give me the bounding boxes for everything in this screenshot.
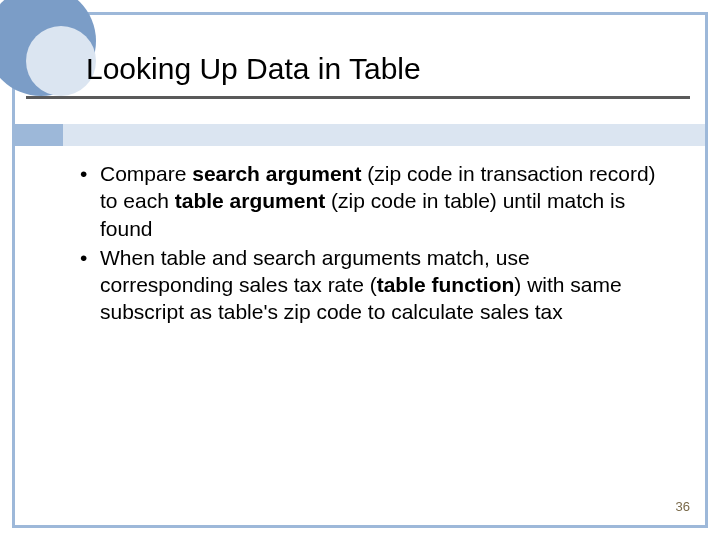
bullet-item: • When table and search arguments match,…	[100, 244, 660, 326]
decorative-band-accent	[15, 124, 63, 146]
slide-title: Looking Up Data in Table	[86, 52, 690, 92]
bullet-text: Compare search argument (zip code in tra…	[100, 160, 660, 242]
title-area: Looking Up Data in Table	[86, 52, 690, 92]
content-area: • Compare search argument (zip code in t…	[100, 160, 660, 328]
page-number: 36	[676, 499, 690, 514]
bullet-marker: •	[80, 244, 100, 326]
bullet-text: When table and search arguments match, u…	[100, 244, 660, 326]
title-underline	[26, 96, 690, 99]
bullet-marker: •	[80, 160, 100, 242]
bullet-item: • Compare search argument (zip code in t…	[100, 160, 660, 242]
decorative-band	[15, 124, 705, 146]
